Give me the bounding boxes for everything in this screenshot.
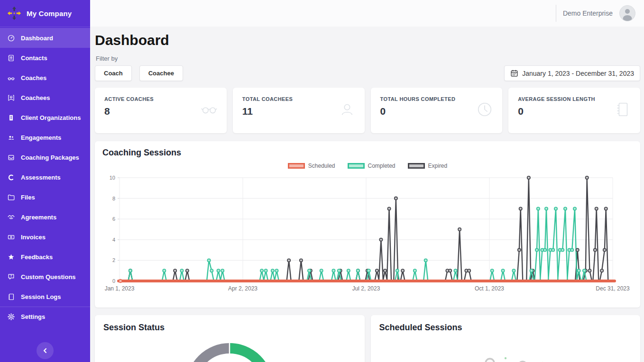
- sidebar-item-label: Engagements: [21, 134, 61, 141]
- sidebar-item-label: Contacts: [21, 54, 47, 62]
- empty-state-illustration: [444, 350, 567, 362]
- scheduled-sessions-panel: Scheduled Sessions: [371, 315, 641, 362]
- sidebar-item-label: Settings: [21, 313, 45, 320]
- calendar-icon: [510, 69, 518, 77]
- building-icon: [7, 114, 15, 122]
- sidebar-item-label: Custom Questions: [21, 273, 76, 281]
- coaching-sessions-panel: Coaching Sessions ScheduledCompletedExpi…: [95, 141, 640, 308]
- glasses-icon: [7, 74, 15, 82]
- page-title: Dashboard: [95, 32, 640, 48]
- sidebar-item-engagements[interactable]: Engagements: [0, 127, 90, 147]
- svg-text:Oct 1, 2023: Oct 1, 2023: [475, 285, 504, 292]
- svg-text:?: ?: [10, 274, 12, 278]
- sidebar-collapse-button[interactable]: [37, 342, 54, 359]
- clock-icon: [476, 100, 494, 118]
- session-status-donut-chart[interactable]: [182, 339, 277, 362]
- filter-by-label: Filter by: [96, 55, 640, 62]
- company-logo-icon: [7, 6, 22, 21]
- handshake-icon: [7, 213, 15, 221]
- sidebar-item-label: Session Logs: [21, 293, 61, 300]
- sidebar-nav: DashboardContactsCoachesCoacheesClient O…: [0, 27, 90, 362]
- sidebar-item-label: Agreements: [21, 214, 56, 221]
- sidebar-item-feedbacks[interactable]: Feedbacks: [0, 247, 90, 267]
- gauge-icon: [7, 34, 15, 42]
- sidebar-item-agreements[interactable]: Agreements: [0, 207, 90, 227]
- scheduled-sessions-title: Scheduled Sessions: [379, 323, 632, 333]
- person-icon: [338, 100, 356, 118]
- star-icon: [7, 253, 15, 261]
- legend-label: Expired: [428, 163, 448, 169]
- session-status-title: Session Status: [103, 323, 356, 333]
- svg-text:8: 8: [112, 196, 115, 201]
- legend-label: Scheduled: [308, 163, 335, 169]
- gear-icon: [7, 313, 15, 321]
- sidebar-item-contacts[interactable]: Contacts: [0, 48, 90, 68]
- sidebar-item-client-organizations[interactable]: Client Organizations: [0, 108, 90, 127]
- legend-label: Completed: [368, 163, 396, 169]
- sidebar-item-label: Coachees: [21, 94, 50, 101]
- sidebar-item-coaching-packages[interactable]: Coaching Packages: [0, 147, 90, 167]
- glasses-icon: [200, 100, 218, 118]
- svg-text:6: 6: [112, 216, 115, 222]
- sidebar-item-dashboard[interactable]: Dashboard: [0, 28, 90, 48]
- stats-row: ACTIVE COACHES8TOTAL COACHEES11TOTAL HOU…: [95, 88, 640, 133]
- stat-card-active-coaches: ACTIVE COACHES8: [95, 88, 227, 133]
- date-range-picker[interactable]: January 1, 2023 - December 31, 2023: [504, 65, 640, 81]
- sidebar: My Company DashboardContactsCoachesCoach…: [0, 0, 90, 362]
- sidebar-item-label: Client Organizations: [21, 114, 81, 121]
- sidebar-item-settings[interactable]: Settings: [0, 307, 90, 326]
- main-area: Demo Enterprise Dashboard Filter by Coac…: [90, 0, 644, 362]
- date-range-text: January 1, 2023 - December 31, 2023: [522, 70, 634, 77]
- app-window: My Company DashboardContactsCoachesCoach…: [0, 0, 644, 362]
- header-divider: [556, 5, 556, 22]
- sidebar-item-label: Files: [21, 194, 35, 201]
- legend-item-scheduled[interactable]: Scheduled: [288, 163, 335, 169]
- svg-text:0: 0: [112, 278, 115, 284]
- users-icon: [7, 134, 15, 142]
- coaching-sessions-title: Coaching Sessions: [102, 148, 633, 158]
- folder-icon: [7, 193, 15, 201]
- sidebar-item-label: Invoices: [21, 234, 46, 241]
- notebook-icon: [7, 293, 15, 301]
- legend-swatch: [288, 163, 305, 169]
- coachee-filter-button[interactable]: Coachee: [139, 65, 183, 81]
- stat-card-total-coachees: TOTAL COACHEES11: [233, 88, 365, 133]
- account-name[interactable]: Demo Enterprise: [563, 9, 613, 17]
- sidebar-item-custom-questions[interactable]: ?Custom Questions: [0, 267, 90, 287]
- sidebar-item-files[interactable]: Files: [0, 187, 90, 207]
- coaching-sessions-chart[interactable]: 0246810Jan 1, 2023Apr 2, 2023Jul 2, 2023…: [102, 170, 635, 302]
- legend-item-expired[interactable]: Expired: [408, 163, 448, 169]
- brand-name: My Company: [27, 9, 72, 18]
- page-content: Dashboard Filter by Coach Coachee Januar…: [90, 27, 644, 362]
- bottom-panels: Session Status Scheduled Sessions: [95, 315, 640, 362]
- sidebar-item-label: Dashboard: [21, 35, 53, 42]
- sidebar-item-label: Feedbacks: [21, 253, 53, 261]
- inbox-icon: [7, 154, 15, 162]
- address-book-icon: [7, 54, 15, 62]
- journal-icon: [614, 100, 632, 118]
- refresh-c-icon: [7, 173, 15, 181]
- sidebar-item-coaches[interactable]: Coaches: [0, 68, 90, 88]
- session-status-panel: Session Status: [95, 315, 365, 362]
- sidebar-item-coachees[interactable]: Coachees: [0, 88, 90, 108]
- sidebar-item-label: Coaches: [21, 74, 46, 81]
- sidebar-item-session-logs[interactable]: Session Logs: [0, 287, 90, 307]
- coach-filter-button[interactable]: Coach: [95, 65, 132, 81]
- svg-text:10: 10: [110, 175, 115, 181]
- svg-text:4: 4: [112, 237, 115, 243]
- stat-card-total-hours-completed: TOTAL HOURS COMPLETED0: [371, 88, 503, 133]
- question-bubble-icon: ?: [7, 273, 15, 281]
- person-icon: [620, 6, 635, 21]
- svg-text:Jan 1, 2023: Jan 1, 2023: [105, 285, 135, 292]
- avatar[interactable]: [619, 5, 635, 21]
- chevron-left-icon: [42, 347, 48, 354]
- svg-text:Dec 31, 2023: Dec 31, 2023: [596, 285, 630, 292]
- sidebar-item-invoices[interactable]: Invoices: [0, 227, 90, 247]
- sidebar-item-label: Assessments: [21, 174, 61, 181]
- stat-card-average-session-length: AVERAGE SESSION LENGTH0: [508, 88, 640, 133]
- legend-item-completed[interactable]: Completed: [348, 163, 396, 169]
- brand[interactable]: My Company: [0, 0, 90, 27]
- svg-text:Jul 2, 2023: Jul 2, 2023: [352, 285, 380, 292]
- top-header: Demo Enterprise: [90, 0, 644, 27]
- sidebar-item-assessments[interactable]: Assessments: [0, 167, 90, 187]
